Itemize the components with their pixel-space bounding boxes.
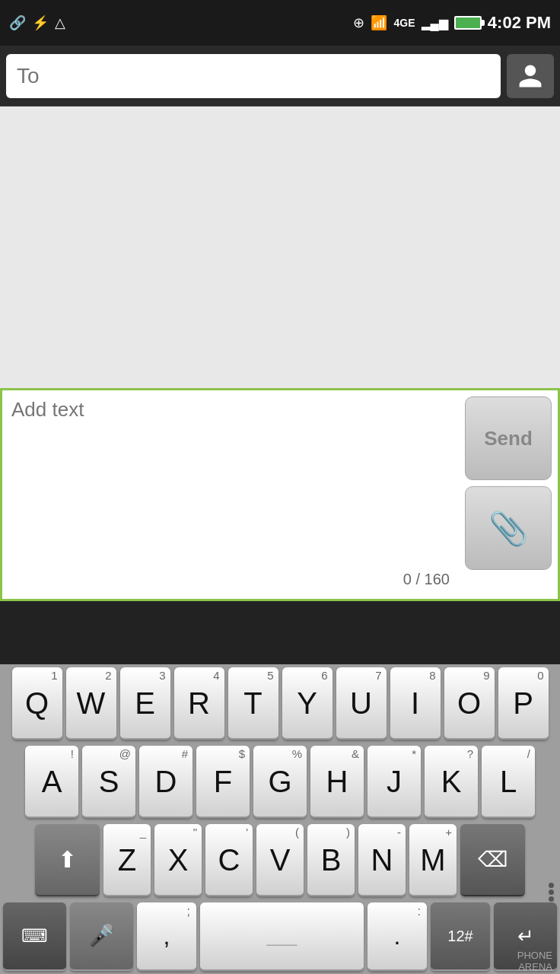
key-H[interactable]: &H	[310, 746, 364, 818]
key-P[interactable]: 0P	[498, 667, 549, 740]
key-M[interactable]: +M	[409, 824, 457, 896]
key-quot-sub: "	[193, 826, 197, 838]
key-lparen-sub: (	[295, 826, 299, 838]
key-Z[interactable]: _Z	[103, 824, 151, 896]
key-8-sub: 8	[429, 670, 435, 681]
text-input-left: 0 / 160	[2, 390, 459, 599]
key-quest-sub: ?	[467, 748, 473, 759]
key-Q[interactable]: 1Q	[12, 667, 62, 740]
message-text-input[interactable]	[11, 398, 450, 571]
watermark-line1: PHONE	[517, 950, 552, 961]
status-bar: 🔗 ⚡ △ ⊕ 📶 4GE ▂▄▆ 4:02 PM	[0, 0, 560, 46]
watermark: PHONE ARENA	[517, 950, 552, 972]
watermark-line2: ARENA	[517, 961, 552, 972]
key-W[interactable]: 2W	[66, 667, 116, 740]
colon-sub: :	[417, 906, 420, 918]
bars-icon: ▂▄▆	[422, 16, 448, 30]
numbers-key[interactable]: 12#	[431, 902, 490, 971]
key-at-sub: @	[119, 748, 131, 759]
to-input-wrapper[interactable]	[6, 54, 501, 98]
comma-key[interactable]: ; ,	[137, 902, 196, 971]
key-R[interactable]: 4R	[174, 667, 224, 740]
key-N[interactable]: -N	[358, 824, 406, 896]
key-F[interactable]: $F	[196, 746, 250, 818]
network-icon: 4GE	[393, 17, 415, 29]
triangle-icon: △	[55, 14, 65, 31]
send-label: Send	[484, 427, 533, 450]
attach-button[interactable]: 📎	[465, 486, 552, 570]
key-0-sub: 0	[537, 670, 543, 681]
key-T[interactable]: 5T	[228, 667, 278, 740]
key-S[interactable]: @S	[82, 746, 135, 818]
link-icon: 🔗	[9, 14, 26, 31]
status-time: 4:02 PM	[488, 13, 551, 33]
key-L[interactable]: /L	[482, 746, 535, 818]
send-button[interactable]: Send	[465, 396, 552, 480]
backspace-key[interactable]: ⌫	[460, 824, 525, 896]
key-A[interactable]: !A	[25, 746, 78, 818]
keyboard-row-bottom: ⌨ 🎤 ; , ___ : . 12# ↵	[0, 899, 560, 974]
keyboard-row-asdf: !A @S #D $F %G &H *J ?K /L	[0, 743, 560, 821]
key-G[interactable]: %G	[253, 746, 307, 818]
key-5-sub: 5	[267, 670, 273, 681]
message-area	[0, 107, 560, 388]
key-percent-sub: %	[292, 748, 302, 759]
semicolon-sub: ;	[187, 906, 190, 918]
key-slash-sub: /	[527, 748, 530, 759]
key-minus-sub: -	[397, 826, 401, 838]
status-right-icons: ⊕ 📶 4GE ▂▄▆ 4:02 PM	[353, 13, 551, 33]
keyboard-options-dots[interactable]	[549, 883, 554, 902]
keyboard-hide-key[interactable]: ⌨	[3, 902, 66, 971]
key-dash-sub: _	[140, 826, 146, 838]
key-4-sub: 4	[213, 670, 219, 681]
keyboard: 1Q 2W 3E 4R 5T 6Y 7U 8I 9O 0P !A @S #D $…	[0, 664, 560, 974]
keyboard-row-zxcv: ⬆ _Z "X 'C (V )B -N +M ⌫	[0, 821, 560, 899]
person-icon	[517, 62, 544, 90]
to-input[interactable]	[17, 64, 490, 88]
key-6-sub: 6	[321, 670, 327, 681]
key-U[interactable]: 7U	[336, 667, 387, 740]
key-B[interactable]: )B	[307, 824, 355, 896]
text-input-area: 0 / 160 Send 📎	[0, 388, 560, 601]
key-K[interactable]: ?K	[425, 746, 478, 818]
key-X[interactable]: "X	[154, 824, 202, 896]
microphone-key[interactable]: 🎤	[70, 902, 133, 971]
key-hash-sub: #	[182, 748, 188, 759]
key-E[interactable]: 3E	[120, 667, 170, 740]
period-key[interactable]: : .	[368, 902, 427, 971]
key-plus-sub: +	[445, 826, 452, 838]
key-V[interactable]: (V	[256, 824, 304, 896]
key-excl-sub: !	[71, 748, 74, 759]
key-9-sub: 9	[483, 670, 489, 681]
key-Y[interactable]: 6Y	[282, 667, 332, 740]
usb-icon: ⚡	[32, 14, 49, 31]
key-J[interactable]: *J	[368, 746, 421, 818]
key-2-sub: 2	[105, 670, 111, 681]
battery-icon	[454, 16, 482, 30]
key-C[interactable]: 'C	[205, 824, 253, 896]
key-rparen-sub: )	[346, 826, 350, 838]
key-7-sub: 7	[375, 670, 381, 681]
gps-icon: ⊕	[353, 14, 364, 31]
status-left-icons: 🔗 ⚡ △	[9, 14, 65, 31]
char-count: 0 / 160	[11, 571, 450, 588]
keyboard-row-qwerty: 1Q 2W 3E 4R 5T 6Y 7U 8I 9O 0P	[0, 664, 560, 743]
key-3-sub: 3	[159, 670, 165, 681]
key-O[interactable]: 9O	[444, 667, 495, 740]
shift-key[interactable]: ⬆	[35, 824, 100, 896]
key-amp-sub: &	[352, 748, 359, 759]
text-input-right: Send 📎	[459, 390, 558, 599]
contact-button[interactable]	[507, 54, 554, 98]
key-apos-sub: '	[246, 826, 248, 838]
space-key[interactable]: ___	[200, 902, 364, 971]
key-star-sub: *	[412, 748, 416, 759]
signal-icon: 📶	[371, 14, 387, 31]
key-D[interactable]: #D	[139, 746, 192, 818]
key-I[interactable]: 8I	[390, 667, 441, 740]
attach-icon: 📎	[488, 510, 528, 547]
key-dollar-sub: $	[239, 748, 245, 759]
key-1-sub: 1	[51, 670, 57, 681]
to-bar	[0, 46, 560, 107]
